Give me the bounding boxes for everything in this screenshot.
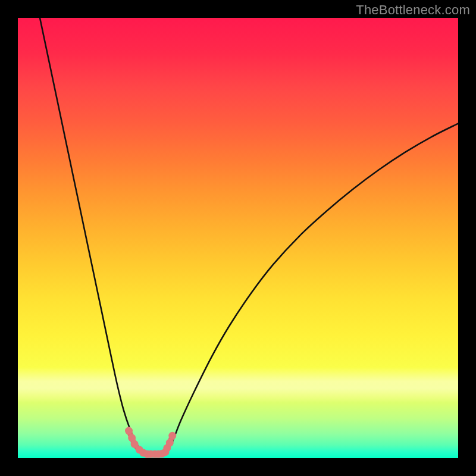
watermark-text: TheBottleneck.com bbox=[356, 2, 470, 18]
plot-background-gradient bbox=[18, 18, 458, 458]
outer-frame: TheBottleneck.com bbox=[0, 0, 476, 476]
